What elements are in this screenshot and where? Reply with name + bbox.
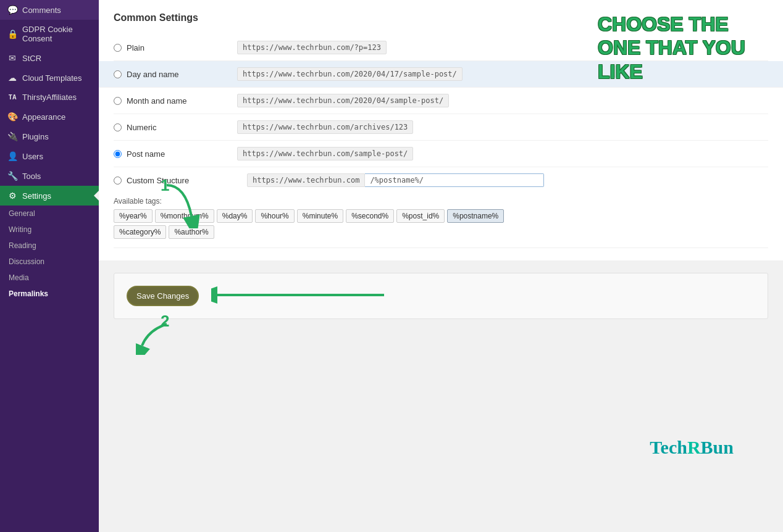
sidebar-item-appearance[interactable]: 🎨 Appearance <box>0 107 99 127</box>
save-area: Save Changes <box>114 273 768 319</box>
save-arrow-annotation <box>211 286 396 304</box>
sidebar-item-cloud-templates[interactable]: ☁ Cloud Templates <box>0 68 99 88</box>
permalink-row-numeric: Numeric https://www.techrbun.com/archive… <box>114 114 768 141</box>
tag-hour[interactable]: %hour% <box>255 209 294 223</box>
gdpr-icon: 🔒 <box>7 29 17 39</box>
sidebar-item-thirsty[interactable]: TA ThirstyAffiliates <box>0 88 99 107</box>
custom-base-url: https://www.techrbun.com <box>247 173 365 187</box>
tag-post-id[interactable]: %post_id% <box>396 209 445 223</box>
radio-post-name[interactable] <box>114 150 122 158</box>
cloud-icon: ☁ <box>7 73 17 83</box>
url-month-name: https://www.techrbun.com/2020/04/sample-… <box>237 94 449 107</box>
choose-annotation-text: CHOOSE THE ONE THAT YOU LIKE <box>598 12 771 83</box>
tag-category[interactable]: %category% <box>114 225 166 239</box>
save-changes-button[interactable]: Save Changes <box>127 286 199 306</box>
sidebar-item-users[interactable]: 👤 Users <box>0 146 99 166</box>
annotation-number-1: 1 <box>161 176 169 195</box>
label-plain[interactable]: Plain <box>114 43 237 52</box>
main-wrapper: Common Settings Plain https://www.techrb… <box>99 0 783 532</box>
sidebar-sub-discussion[interactable]: Discussion <box>0 254 99 270</box>
branding-area: TechRBun <box>99 331 783 356</box>
available-tags-label: Available tags: <box>114 197 504 206</box>
url-numeric: https://www.techrbun.com/archives/123 <box>237 120 413 134</box>
url-plain: https://www.techrbun.com/?p=123 <box>237 41 387 54</box>
tag-postname[interactable]: %postname% <box>447 209 504 223</box>
tags-row-2: %category% %author% <box>114 225 504 239</box>
permalink-row-post-name: Post name https://www.techrbun.com/sampl… <box>114 141 768 167</box>
settings-icon: ⚙ <box>7 191 17 201</box>
comments-icon: 💬 <box>7 5 17 15</box>
radio-month-name[interactable] <box>114 97 122 105</box>
sidebar-sub-permalinks[interactable]: Permalinks <box>0 286 99 302</box>
sidebar-sub-general[interactable]: General <box>0 206 99 222</box>
sidebar: 💬 Comments 🔒 GDPR Cookie Consent ✉ StCR … <box>0 0 99 532</box>
sidebar-item-stcr[interactable]: ✉ StCR <box>0 48 99 68</box>
custom-structure-input[interactable] <box>365 173 544 187</box>
url-post-name: https://www.techrbun.com/sample-post/ <box>237 147 413 160</box>
label-day-name[interactable]: Day and name <box>114 70 237 79</box>
tag-author[interactable]: %author% <box>169 225 214 239</box>
active-indicator <box>94 191 99 201</box>
tag-minute[interactable]: %minute% <box>297 209 343 223</box>
permalink-row-custom: Custom Structure https://www.techrbun.co… <box>114 167 768 248</box>
label-numeric[interactable]: Numeric <box>114 123 237 132</box>
tag-day[interactable]: %day% <box>217 209 253 223</box>
permalink-row-month-name: Month and name https://www.techrbun.com/… <box>114 88 768 114</box>
sidebar-sub-media[interactable]: Media <box>0 270 99 286</box>
url-day-name: https://www.techrbun.com/2020/04/17/samp… <box>237 67 463 81</box>
sidebar-sub-reading[interactable]: Reading <box>0 238 99 254</box>
label-post-name[interactable]: Post name <box>114 149 237 159</box>
sidebar-item-settings[interactable]: ⚙ Settings <box>0 186 99 206</box>
radio-custom[interactable] <box>114 177 122 185</box>
appearance-icon: 🎨 <box>7 112 17 122</box>
tag-second[interactable]: %second% <box>346 209 394 223</box>
save-arrow-svg <box>211 286 396 304</box>
annotation-number-2: 2 <box>161 312 169 331</box>
sidebar-item-plugins[interactable]: 🔌 Plugins <box>0 127 99 146</box>
label-month-name[interactable]: Month and name <box>114 96 237 106</box>
sidebar-item-gdpr[interactable]: 🔒 GDPR Cookie Consent <box>0 20 99 48</box>
radio-numeric[interactable] <box>114 123 122 131</box>
tags-row-1: %year% %monthnum% %day% %hour% %minute% … <box>114 209 504 223</box>
sidebar-item-comments[interactable]: 💬 Comments <box>0 0 99 20</box>
custom-url-row: https://www.techrbun.com <box>247 173 544 187</box>
thirsty-icon: TA <box>7 93 17 101</box>
radio-plain[interactable] <box>114 44 122 52</box>
tag-year[interactable]: %year% <box>114 209 153 223</box>
sidebar-item-tools[interactable]: 🔧 Tools <box>0 166 99 186</box>
radio-day-name[interactable] <box>114 70 122 78</box>
stcr-icon: ✉ <box>7 53 17 63</box>
tag-monthnum[interactable]: %monthnum% <box>155 209 214 223</box>
label-custom[interactable]: Custom Structure <box>114 176 237 185</box>
plugins-icon: 🔌 <box>7 131 17 141</box>
users-icon: 👤 <box>7 151 17 161</box>
tools-icon: 🔧 <box>7 171 17 181</box>
sidebar-sub-writing[interactable]: Writing <box>0 222 99 238</box>
